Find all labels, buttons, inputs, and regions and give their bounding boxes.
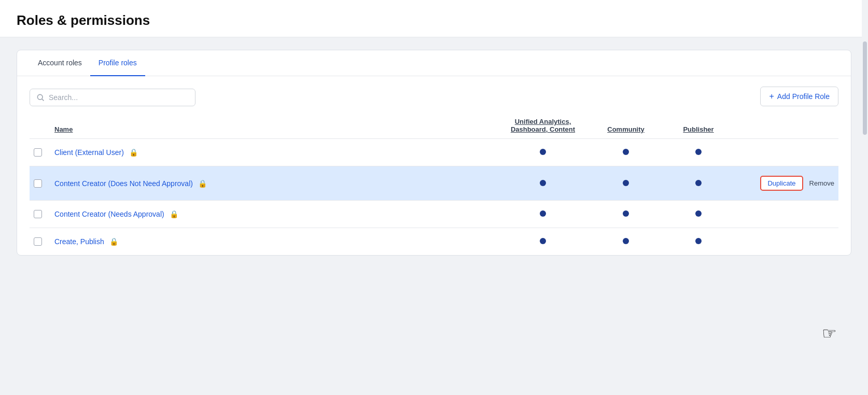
col-checkbox xyxy=(30,112,50,139)
svg-point-0 xyxy=(37,94,43,100)
row-community-cell xyxy=(590,228,662,256)
row-name-cell: Content Creator (Does Not Need Approval)… xyxy=(50,166,496,201)
row-community-cell xyxy=(590,139,662,166)
row-checkbox-cell xyxy=(30,228,50,256)
col-publisher-header: Publisher xyxy=(662,112,735,139)
role-name-link[interactable]: Create, Publish xyxy=(54,237,104,246)
row-checkbox-cell xyxy=(30,201,50,228)
tab-account-roles[interactable]: Account roles xyxy=(30,50,90,76)
lock-icon: 🔒 xyxy=(109,237,118,246)
lock-icon: 🔒 xyxy=(129,148,138,157)
row-actions-cell xyxy=(735,228,838,256)
dot-unified xyxy=(540,238,546,244)
row-unified-cell xyxy=(496,201,590,228)
row-actions-cell xyxy=(735,201,838,228)
dot-community xyxy=(623,180,629,186)
table-row: Create, Publish 🔒 xyxy=(30,228,838,256)
duplicate-button[interactable]: Duplicate xyxy=(760,176,803,191)
scrollbar-thumb xyxy=(863,41,867,135)
col-unified-header: Unified Analytics, Dashboard, Content xyxy=(496,112,590,139)
page-title: Roles & permissions xyxy=(17,12,851,29)
dot-publisher xyxy=(695,210,702,217)
dot-community xyxy=(623,238,629,244)
page-body: Account roles Profile roles + Add Profil… xyxy=(0,37,868,395)
dot-community xyxy=(623,210,629,217)
lock-icon: 🔒 xyxy=(170,210,178,218)
row-checkbox[interactable] xyxy=(34,210,42,218)
remove-link[interactable]: Remove xyxy=(809,179,834,187)
dot-community xyxy=(623,149,629,155)
row-checkbox-cell xyxy=(30,166,50,201)
table-row: Client (External User) 🔒 xyxy=(30,139,838,166)
role-name-link[interactable]: Content Creator (Does Not Need Approval) xyxy=(54,179,193,188)
row-unified-cell xyxy=(496,166,590,201)
row-name-cell: Content Creator (Needs Approval) 🔒 xyxy=(50,201,496,228)
search-input[interactable] xyxy=(49,93,189,102)
toolbar: + Add Profile Role xyxy=(17,76,851,106)
row-actions-cell: Duplicate Remove xyxy=(735,166,838,201)
table-wrapper: Name Unified Analytics, Dashboard, Conte… xyxy=(17,112,851,255)
row-publisher-cell xyxy=(662,201,735,228)
dot-publisher xyxy=(695,149,702,155)
lock-icon: 🔒 xyxy=(198,179,207,188)
search-icon xyxy=(36,93,45,102)
search-wrapper[interactable] xyxy=(30,89,195,106)
table-row: Content Creator (Does Not Need Approval)… xyxy=(30,166,838,201)
row-unified-cell xyxy=(496,228,590,256)
row-checkbox[interactable] xyxy=(34,179,42,188)
page-header: Roles & permissions xyxy=(0,0,868,37)
col-community-header: Community xyxy=(590,112,662,139)
row-publisher-cell xyxy=(662,228,735,256)
row-publisher-cell xyxy=(662,139,735,166)
role-name-link[interactable]: Content Creator (Needs Approval) xyxy=(54,210,164,218)
add-profile-role-button[interactable]: + Add Profile Role xyxy=(760,87,838,106)
row-unified-cell xyxy=(496,139,590,166)
tabs-container: Account roles Profile roles xyxy=(17,50,851,76)
roles-table: Name Unified Analytics, Dashboard, Conte… xyxy=(30,112,838,255)
col-actions-header xyxy=(735,112,838,139)
row-community-cell xyxy=(590,201,662,228)
plus-icon: + xyxy=(769,92,774,101)
row-publisher-cell xyxy=(662,166,735,201)
dot-publisher xyxy=(695,180,702,186)
row-community-cell xyxy=(590,166,662,201)
row-name-cell: Client (External User) 🔒 xyxy=(50,139,496,166)
main-card: Account roles Profile roles + Add Profil… xyxy=(17,50,851,256)
dot-publisher xyxy=(695,238,702,244)
dot-unified xyxy=(540,210,546,217)
row-actions-cell xyxy=(735,139,838,166)
scrollbar[interactable] xyxy=(862,0,868,395)
dot-unified xyxy=(540,149,546,155)
role-name-link[interactable]: Client (External User) xyxy=(54,148,124,157)
row-checkbox-cell xyxy=(30,139,50,166)
table-row: Content Creator (Needs Approval) 🔒 xyxy=(30,201,838,228)
row-name-cell: Create, Publish 🔒 xyxy=(50,228,496,256)
tab-profile-roles[interactable]: Profile roles xyxy=(90,50,145,76)
svg-line-1 xyxy=(42,99,44,101)
dot-unified xyxy=(540,180,546,186)
row-checkbox[interactable] xyxy=(34,148,42,157)
col-name-header: Name xyxy=(50,112,496,139)
row-checkbox[interactable] xyxy=(34,237,42,246)
